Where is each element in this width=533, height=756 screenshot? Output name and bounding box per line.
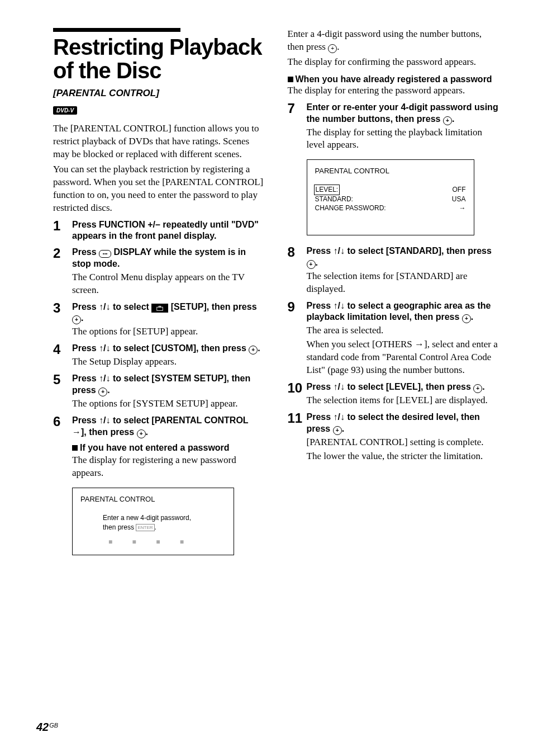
step-number: 7 <box>288 102 307 115</box>
text: Press <box>307 246 334 256</box>
enter-circle-icon: + <box>473 384 482 393</box>
step-10: 10 Press ↑/↓ to select [LEVEL], then pre… <box>288 381 500 407</box>
step-3: 3 Press ↑/↓ to select [SETUP], then pres… <box>53 301 265 339</box>
enter-circle-icon: + <box>72 315 81 324</box>
enter-circle-icon: + <box>328 44 337 53</box>
step-heading: Press ↑/↓ to select [PARENTAL CONTROL →]… <box>72 415 265 438</box>
osd-title: PARENTAL CONTROL <box>315 167 466 175</box>
step-heading: Press ↑/↓ to select [SYSTEM SETUP], then… <box>72 373 265 396</box>
step-heading: Press ↑/↓ to select [STANDARD], then pre… <box>307 245 500 269</box>
text: . <box>81 313 83 323</box>
text: . <box>471 312 473 322</box>
text: . <box>337 41 339 52</box>
step-number: 10 <box>288 381 307 395</box>
step-1: 1 Press FUNCTION +/– repeatedly until "D… <box>53 219 265 243</box>
osd-digit-placeholders: ■ ■ ■ ■ <box>103 537 226 547</box>
osd-line2: then press ENTER. <box>103 523 226 532</box>
step-number: 5 <box>53 373 72 386</box>
step-body-2: The lower the value, the stricter the li… <box>307 450 500 463</box>
enter-circle-icon: + <box>307 260 316 269</box>
step-heading: Press ↑/↓ to select [LEVEL], then press … <box>307 381 500 393</box>
enter-circle-icon: + <box>249 346 258 355</box>
dvd-v-badge: DVD-V <box>53 106 77 115</box>
svg-rect-0 <box>157 307 163 310</box>
text: to select [CUSTOM], then press <box>111 343 249 353</box>
page-number: 42GB <box>36 721 58 734</box>
enter-circle-icon: + <box>98 388 107 396</box>
text: Press <box>307 382 334 391</box>
step-heading: Press ↑/↓ to select [CUSTOM], then press… <box>72 343 265 355</box>
text: Press <box>307 301 334 310</box>
right-top-paragraph-2: The display for confirming the password … <box>288 56 500 69</box>
step-heading: Enter or re-enter your 4-digit password … <box>307 102 500 125</box>
step-heading: Press ••• DISPLAY while the system is in… <box>72 247 265 270</box>
text: . <box>107 385 110 395</box>
intro-paragraph-2: You can set the playback restriction by … <box>53 163 265 215</box>
up-down-arrows-icon: ↑/↓ <box>334 412 345 422</box>
square-bullet-icon <box>72 445 78 451</box>
enter-circle-icon: + <box>137 429 146 438</box>
text: . <box>482 382 484 391</box>
step-2: 2 Press ••• DISPLAY while the system is … <box>53 247 265 296</box>
step-number: 4 <box>53 343 72 356</box>
text: . <box>452 114 454 124</box>
text: Press <box>72 247 99 257</box>
step-number: 3 <box>53 301 72 315</box>
title-rule <box>53 28 180 32</box>
step-body: The options for [SYSTEM SETUP] appear. <box>72 398 265 410</box>
step-body-2: When you select [OTHERS →], select and e… <box>307 338 500 377</box>
sub-heading-no-password: If you have not entered a password <box>72 443 265 453</box>
enter-circle-icon: + <box>462 314 471 323</box>
step-heading: Press ↑/↓ to select a geographic area as… <box>307 300 500 324</box>
page-title: Restricting Playback of the Disc <box>53 35 265 82</box>
step-number: 9 <box>288 300 307 314</box>
step-body-1: [PARENTAL CONTROL] setting is complete. <box>307 436 500 449</box>
step-11: 11 Press ↑/↓ to select the desired level… <box>288 412 500 463</box>
step-number: 1 <box>53 219 72 233</box>
step-body: The selection items for [STANDARD] are d… <box>307 270 500 296</box>
step-number: 11 <box>288 412 307 425</box>
enter-circle-icon: + <box>443 116 452 125</box>
text: . <box>316 258 318 267</box>
step-8: 8 Press ↑/↓ to select [STANDARD], then p… <box>288 245 500 296</box>
intro-paragraph-1: The [PARENTAL CONTROL] function allows y… <box>53 122 265 161</box>
step-6: 6 Press ↑/↓ to select [PARENTAL CONTROL … <box>53 415 265 438</box>
step-body: The options for [SETUP] appear. <box>72 325 265 338</box>
text: to select <box>111 302 152 311</box>
sub-heading-already-password: When you have already registered a passw… <box>288 74 500 84</box>
text: then press <box>103 523 136 531</box>
step-number: 2 <box>53 247 72 260</box>
osd-value: USA <box>452 195 466 204</box>
text: Enter a 4-digit password using the numbe… <box>288 29 482 52</box>
up-down-arrows-icon: ↑/↓ <box>99 343 110 353</box>
step-body-1: The area is selected. <box>307 324 500 337</box>
text: . <box>342 424 344 433</box>
up-down-arrows-icon: ↑/↓ <box>99 302 110 311</box>
osd-value: → <box>459 204 466 212</box>
step-body: The display for setting the playback lim… <box>307 126 500 152</box>
osd-row-level: LEVEL: OFF <box>315 185 466 194</box>
step-body: The Setup Display appears. <box>72 356 265 368</box>
text: Press <box>72 374 99 383</box>
text: Press <box>72 343 99 353</box>
up-down-arrows-icon: ↑/↓ <box>99 415 110 425</box>
step-4: 4 Press ↑/↓ to select [CUSTOM], then pre… <box>53 343 265 368</box>
up-down-arrows-icon: ↑/↓ <box>334 301 345 310</box>
step-body: The selection items for [LEVEL] are disp… <box>307 394 500 407</box>
osd-row-change-password: CHANGE PASSWORD: → <box>315 204 466 212</box>
text: Enter or re-enter your 4-digit password … <box>307 102 498 124</box>
svg-rect-1 <box>159 306 161 307</box>
text: to select [LEVEL], then press <box>345 382 473 391</box>
osd-label: LEVEL: <box>314 185 340 195</box>
up-down-arrows-icon: ↑/↓ <box>334 246 345 256</box>
osd-line1: Enter a new 4-digit password, <box>103 513 226 523</box>
page-number-suffix: GB <box>49 722 58 729</box>
text: [SETUP], then press <box>168 302 256 311</box>
osd-label: CHANGE PASSWORD: <box>315 204 386 212</box>
step-heading: Press FUNCTION +/– repeatedly until "DVD… <box>72 219 265 243</box>
step-number: 6 <box>53 415 72 428</box>
up-down-arrows-icon: ↑/↓ <box>334 382 345 391</box>
osd-value: OFF <box>453 185 466 194</box>
text: . <box>146 427 148 437</box>
step-body: The Control Menu display appears on the … <box>72 271 265 297</box>
